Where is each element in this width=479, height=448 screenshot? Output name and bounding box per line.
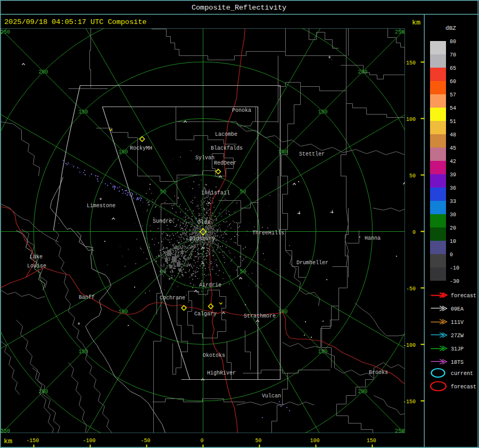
svg-text:31JP: 31JP [451, 346, 464, 352]
svg-text:Hanna: Hanna [365, 235, 381, 241]
svg-text:42: 42 [450, 159, 456, 165]
svg-text:RedDeer: RedDeer [214, 160, 236, 166]
svg-text:Cochrane: Cochrane [160, 295, 185, 301]
svg-text:50: 50 [409, 173, 416, 179]
svg-text:-50: -50 [141, 438, 150, 444]
svg-text:-10: -10 [450, 265, 459, 271]
svg-text:Louise: Louise [27, 263, 46, 269]
svg-text:39: 39 [450, 172, 456, 178]
svg-text:-30: -30 [450, 279, 459, 284]
svg-text:forecast: forecast [451, 293, 476, 299]
svg-text:Okotoks: Okotoks [203, 353, 225, 359]
svg-text:km: km [4, 437, 12, 445]
svg-text:Sylvan: Sylvan [195, 155, 214, 161]
svg-text:Olds: Olds [197, 219, 210, 225]
svg-text:Stettler: Stettler [299, 151, 325, 157]
svg-text:50: 50 [240, 269, 246, 275]
svg-text:-150: -150 [26, 438, 39, 444]
svg-text:150: 150 [406, 60, 416, 66]
svg-text:27ZW: 27ZW [451, 333, 464, 339]
svg-text:10: 10 [450, 239, 456, 245]
svg-text:Banff: Banff [79, 295, 95, 300]
svg-text:100: 100 [278, 309, 287, 315]
svg-text:Brooks: Brooks [369, 370, 388, 376]
svg-text:dBZ: dBZ [445, 25, 456, 31]
svg-text:150: 150 [78, 109, 88, 115]
svg-text:70: 70 [450, 52, 456, 58]
svg-text:36: 36 [450, 185, 456, 191]
svg-text:57: 57 [450, 92, 456, 98]
svg-text:100: 100 [118, 149, 128, 155]
svg-text:48: 48 [450, 132, 456, 138]
svg-text:50: 50 [255, 438, 262, 444]
svg-text:80: 80 [450, 39, 456, 45]
svg-text:50: 50 [240, 189, 246, 195]
svg-text:Ponoka: Ponoka [232, 108, 251, 113]
svg-text:0: 0 [412, 230, 416, 235]
svg-text:Vulcan: Vulcan [262, 393, 281, 399]
svg-text:RockyMH: RockyMH [130, 145, 152, 151]
svg-text:09EA: 09EA [451, 306, 464, 312]
svg-text:Sundre: Sundre [153, 218, 172, 224]
svg-text:150: 150 [78, 349, 88, 355]
svg-text:Innisfail: Innisfail [201, 190, 230, 196]
svg-text:200: 200 [358, 69, 367, 75]
svg-text:-100: -100 [82, 438, 95, 444]
svg-text:-150: -150 [403, 399, 416, 405]
svg-text:51: 51 [450, 119, 456, 125]
svg-text:Airdrie: Airdrie [199, 282, 221, 288]
svg-text:100: 100 [406, 117, 416, 123]
svg-text:Limestone: Limestone [87, 203, 115, 209]
svg-text:Drumheller: Drumheller [296, 260, 328, 266]
svg-text:65: 65 [450, 66, 456, 71]
svg-text:-50: -50 [406, 286, 416, 292]
svg-text:-100: -100 [403, 343, 416, 348]
svg-text:forecast: forecast [451, 384, 476, 390]
svg-text:*: * [327, 55, 331, 63]
svg-text:60: 60 [450, 79, 456, 85]
svg-text:Didsbury: Didsbury [189, 236, 215, 242]
svg-text:200: 200 [38, 69, 48, 75]
svg-text:current: current [451, 371, 473, 377]
svg-text:Blackfalds: Blackfalds [211, 145, 243, 151]
svg-text:33: 33 [450, 199, 456, 205]
svg-text:Lacombe: Lacombe [215, 132, 237, 137]
svg-text:250: 250 [1, 29, 10, 35]
svg-text:250: 250 [395, 29, 404, 35]
svg-text:Calgary: Calgary [194, 311, 217, 317]
svg-text:111V: 111V [451, 320, 464, 325]
svg-text:100: 100 [310, 438, 320, 444]
svg-text:100: 100 [278, 149, 287, 155]
svg-text:km: km [412, 19, 420, 27]
svg-text:30: 30 [450, 212, 456, 218]
svg-text:Lake: Lake [30, 254, 43, 260]
svg-text:0: 0 [200, 438, 203, 444]
svg-text:HighRiver: HighRiver [207, 370, 236, 376]
svg-text:54: 54 [450, 105, 456, 111]
svg-text:Strathmore: Strathmore [244, 313, 276, 319]
svg-text:2025/09/18 04:05:17 UTC Compos: 2025/09/18 04:05:17 UTC Composite [4, 18, 146, 26]
svg-text:20: 20 [450, 225, 456, 231]
svg-text:0: 0 [450, 252, 453, 258]
svg-text:45: 45 [450, 145, 456, 151]
svg-text:*: * [77, 322, 80, 329]
svg-text:150: 150 [318, 109, 327, 115]
svg-text:50: 50 [160, 189, 166, 195]
svg-text:200: 200 [358, 389, 367, 395]
svg-text:150: 150 [367, 438, 376, 444]
svg-text:18TS: 18TS [451, 360, 464, 365]
svg-text:ThreeHills: ThreeHills [252, 230, 284, 236]
svg-text:Composite_Reflectivity: Composite_Reflectivity [192, 4, 286, 12]
